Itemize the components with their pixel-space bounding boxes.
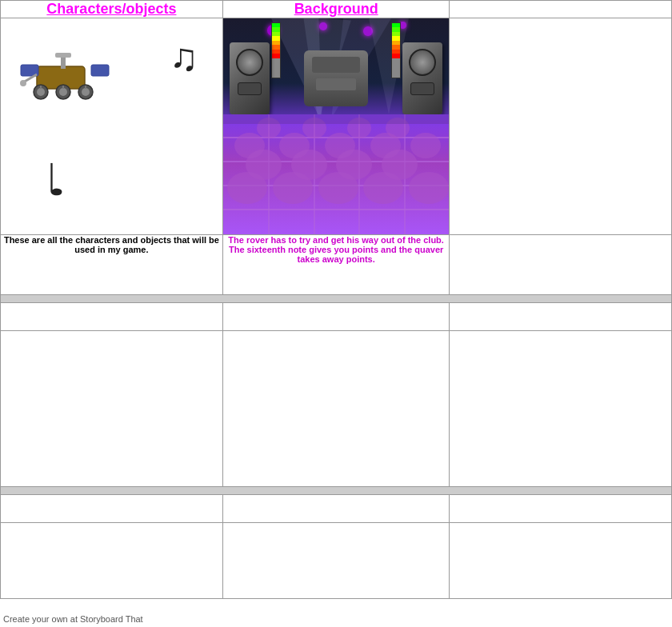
svg-point-6 <box>37 88 45 96</box>
light-bar-right <box>391 22 401 78</box>
col2-header-row2 <box>222 303 450 331</box>
col1-text-cell-row1: These are all the characters and objects… <box>1 235 223 295</box>
separator-row-2 <box>1 487 672 495</box>
background-image-cell <box>222 18 450 235</box>
rover-image <box>17 50 113 106</box>
characters-image-cell: ♫ ♩ <box>1 18 223 235</box>
col3-header-row2 <box>450 303 672 331</box>
col2-large-image-row2 <box>222 331 450 487</box>
col3-small-image-row3 <box>450 523 672 599</box>
light-bar-left <box>271 22 281 78</box>
dj-booth <box>304 50 368 106</box>
col3-large-image-row2 <box>450 331 672 487</box>
svg-rect-2 <box>55 53 71 58</box>
svg-point-15 <box>20 80 26 86</box>
svg-point-8 <box>59 88 67 96</box>
dance-floor <box>223 114 450 234</box>
col3-text-cell-row1 <box>450 235 672 295</box>
music-note-single: ♩ <box>45 158 66 202</box>
col1-header: Characters/objects <box>1 1 223 18</box>
col1-header-row3 <box>1 495 223 523</box>
separator-2 <box>1 487 672 495</box>
separator-1 <box>1 295 672 303</box>
col3-image-cell-row1 <box>450 18 672 235</box>
footer-text: Create your own at Storyboard That <box>3 614 143 624</box>
col1-header-row2 <box>1 303 223 331</box>
col1-header-link[interactable]: Characters/objects <box>46 1 176 17</box>
col3-header <box>450 1 672 18</box>
speaker-right <box>402 42 442 114</box>
col2-description: The rover has to try and get his way out… <box>228 235 444 264</box>
svg-point-10 <box>82 88 90 96</box>
col2-small-image-row3 <box>222 523 450 599</box>
col2-header-link[interactable]: Background <box>294 1 378 17</box>
footer-label: Create your own at Storyboard That <box>3 614 143 624</box>
speaker-left <box>230 42 270 114</box>
col2-header: Background <box>222 1 450 18</box>
col2-header-row3 <box>222 495 450 523</box>
svg-rect-4 <box>91 65 109 76</box>
col1-small-image-row3 <box>1 523 223 599</box>
col1-large-image-row2 <box>1 331 223 487</box>
col2-text-cell-row1: The rover has to try and get his way out… <box>222 235 450 295</box>
col3-header-row3 <box>450 495 672 523</box>
separator-row-1 <box>1 295 672 303</box>
col1-description: These are all the characters and objects… <box>4 235 219 254</box>
music-note-pair: ♫ <box>170 38 198 77</box>
